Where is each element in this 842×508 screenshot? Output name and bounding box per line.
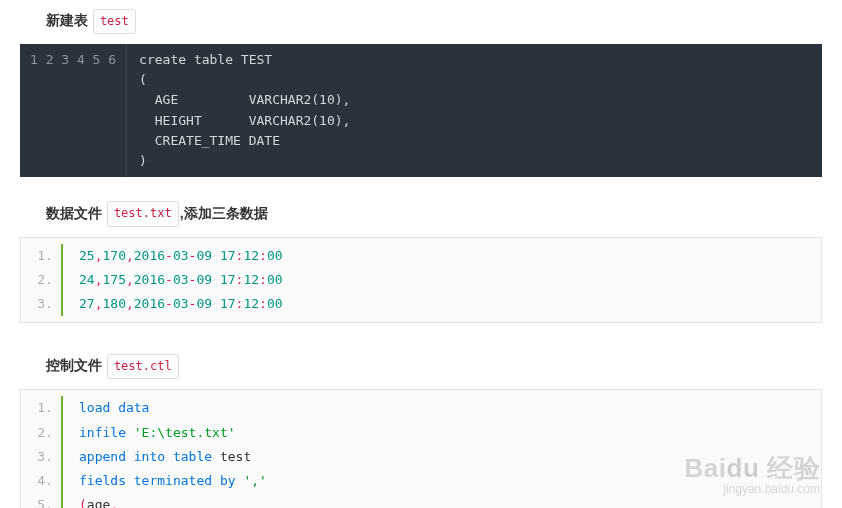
list-item: 1.25,170,2016-03-09 17:12:00	[21, 244, 821, 268]
section1-header: 新建表 test	[46, 8, 822, 34]
code-line[interactable]: load data	[79, 396, 149, 420]
list-item: 4.fields terminated by ','	[21, 469, 821, 493]
line-number: 2.	[21, 421, 63, 445]
list-item: 3.append into table test	[21, 445, 821, 469]
line-number: 3.	[21, 292, 63, 316]
list-item: 2.infile 'E:\test.txt'	[21, 421, 821, 445]
section2-header: 数据文件 test.txt,添加三条数据	[46, 201, 822, 227]
list-item: 1.load data	[21, 396, 821, 420]
section3-tag: test.ctl	[107, 354, 179, 380]
code-line[interactable]: append into table test	[79, 445, 251, 469]
line-number: 2.	[21, 268, 63, 292]
section2-tag: test.txt	[107, 201, 179, 227]
code-gutter: 1 2 3 4 5 6	[20, 44, 127, 177]
list-item: 3.27,180,2016-03-09 17:12:00	[21, 292, 821, 316]
code-line[interactable]: (age,	[79, 493, 118, 508]
line-number: 1.	[21, 244, 63, 268]
create-table-code-block: 1 2 3 4 5 6 create table TEST ( AGE VARC…	[20, 44, 822, 177]
section1-prefix: 新建表	[46, 12, 88, 28]
list-item: 2.24,175,2016-03-09 17:12:00	[21, 268, 821, 292]
section3-header: 控制文件 test.ctl	[46, 353, 822, 379]
code-line[interactable]: infile 'E:\test.txt'	[79, 421, 236, 445]
line-number: 1.	[21, 396, 63, 420]
list-item: 5.(age,	[21, 493, 821, 508]
line-number: 5.	[21, 493, 63, 508]
data-file-block: 1.25,170,2016-03-09 17:12:002.24,175,201…	[20, 237, 822, 323]
code-line[interactable]: 27,180,2016-03-09 17:12:00	[79, 292, 283, 316]
section2-suffix: ,添加三条数据	[180, 205, 268, 221]
code-line[interactable]: 25,170,2016-03-09 17:12:00	[79, 244, 283, 268]
section2-prefix: 数据文件	[46, 205, 102, 221]
section3-prefix: 控制文件	[46, 357, 102, 373]
code-line[interactable]: fields terminated by ','	[79, 469, 267, 493]
line-number: 3.	[21, 445, 63, 469]
section1-tag: test	[93, 9, 136, 35]
code-content[interactable]: create table TEST ( AGE VARCHAR2(10), HE…	[127, 44, 362, 177]
line-number: 4.	[21, 469, 63, 493]
code-line[interactable]: 24,175,2016-03-09 17:12:00	[79, 268, 283, 292]
control-file-block: 1.load data2.infile 'E:\test.txt'3.appen…	[20, 389, 822, 508]
